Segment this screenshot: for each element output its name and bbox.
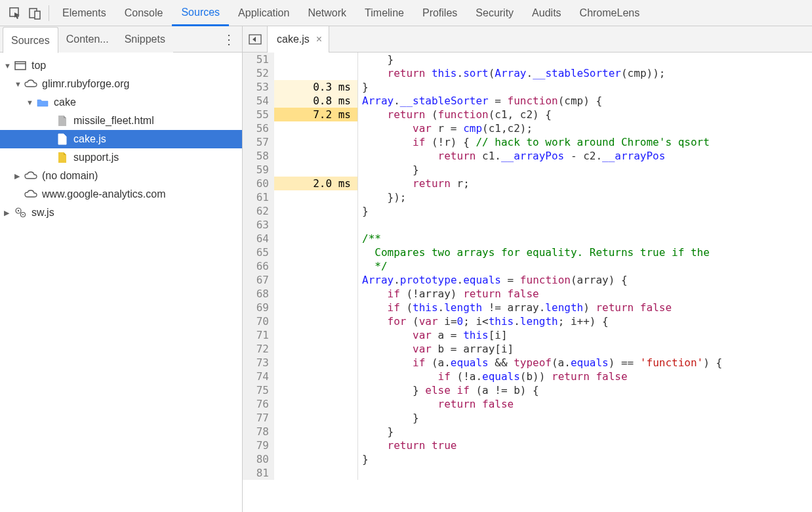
gutter: 5152530.3 ms540.8 ms557.2 ms56575859602.…: [243, 53, 358, 512]
top-tab-audits[interactable]: Audits: [523, 0, 570, 26]
code-line[interactable]: if (this.length != array.length) return …: [362, 301, 722, 314]
code-line[interactable]: return true: [362, 438, 722, 452]
code-line[interactable]: if (!r) { // hack to work around Chrome'…: [362, 135, 722, 149]
code-line[interactable]: }: [362, 411, 722, 425]
tree-file-supportjs[interactable]: support.js: [0, 148, 242, 167]
top-tab-network[interactable]: Network: [298, 0, 355, 26]
line-number[interactable]: 52: [243, 66, 274, 80]
line-number[interactable]: 68: [243, 287, 274, 301]
window-icon: [13, 58, 28, 73]
cloud-icon: [24, 77, 38, 91]
code-line[interactable]: if (!array) return false: [362, 287, 722, 301]
line-number[interactable]: 75: [243, 383, 274, 397]
line-number[interactable]: 74: [243, 370, 274, 383]
tree-nodomain[interactable]: ▶ (no domain): [0, 167, 242, 185]
line-number[interactable]: 54: [243, 94, 274, 108]
line-number[interactable]: 64: [243, 232, 274, 245]
code-line[interactable]: var a = this[i]: [362, 328, 722, 342]
top-tab-timeline[interactable]: Timeline: [355, 0, 413, 26]
top-tab-application[interactable]: Application: [229, 0, 298, 26]
code-line[interactable]: for (var i=0; i<this.length; i++) {: [362, 314, 722, 328]
code-area[interactable]: 5152530.3 ms540.8 ms557.2 ms56575859602.…: [243, 53, 812, 512]
code-line[interactable]: }: [362, 80, 722, 94]
line-number[interactable]: 61: [243, 190, 274, 204]
code-line[interactable]: }: [362, 163, 722, 177]
editor-tab-label: cake.js: [277, 33, 310, 45]
code-line[interactable]: }: [362, 204, 722, 218]
line-number[interactable]: 81: [243, 466, 274, 480]
line-number[interactable]: 67: [243, 273, 274, 287]
code-line[interactable]: return this.sort(Array.__stableSorter(cm…: [362, 66, 722, 80]
line-number[interactable]: 66: [243, 259, 274, 273]
code-line[interactable]: [362, 466, 722, 480]
code-line[interactable]: } else if (a != b) {: [362, 383, 722, 397]
tree-folder[interactable]: ▼ cake: [0, 93, 242, 112]
sidebar-tab-snippets[interactable]: Snippets: [117, 26, 173, 53]
sidebar-more-icon[interactable]: ⋮: [222, 32, 235, 47]
file-icon: [55, 114, 70, 128]
line-number[interactable]: 57: [243, 135, 274, 149]
line-number[interactable]: 58: [243, 149, 274, 163]
line-number[interactable]: 71: [243, 328, 274, 342]
line-number[interactable]: 78: [243, 425, 274, 438]
line-number[interactable]: 77: [243, 411, 274, 425]
top-tab-security[interactable]: Security: [466, 0, 523, 26]
line-number[interactable]: 79: [243, 438, 274, 452]
code-line[interactable]: */: [362, 259, 722, 273]
code-line[interactable]: }: [362, 452, 722, 466]
line-timing: [274, 397, 358, 411]
code-line[interactable]: var r = cmp(c1,c2);: [362, 121, 722, 135]
line-number[interactable]: 51: [243, 53, 274, 66]
line-number[interactable]: 65: [243, 245, 274, 259]
tree-domain[interactable]: ▼ glimr.rubyforge.org: [0, 75, 242, 93]
line-number[interactable]: 73: [243, 356, 274, 370]
tree-top[interactable]: ▼ top: [0, 56, 242, 75]
line-number[interactable]: 62: [243, 204, 274, 218]
devtools-top-tabs: ElementsConsoleSourcesApplicationNetwork…: [0, 0, 812, 26]
line-number[interactable]: 76: [243, 397, 274, 411]
code-content[interactable]: } return this.sort(Array.__stableSorter(…: [358, 53, 722, 512]
tree-file-cakejs[interactable]: cake.js: [0, 130, 242, 148]
code-line[interactable]: return c1.__arrayPos - c2.__arrayPos: [362, 149, 722, 163]
device-toggle-icon[interactable]: [25, 0, 45, 26]
line-number[interactable]: 55: [243, 108, 274, 121]
code-line[interactable]: }: [362, 53, 722, 66]
top-tab-chromelens[interactable]: ChromeLens: [571, 0, 649, 26]
code-line[interactable]: return false: [362, 397, 722, 411]
code-line[interactable]: if (a.equals && typeof(a.equals) == 'fun…: [362, 356, 722, 370]
line-number[interactable]: 63: [243, 218, 274, 232]
close-icon[interactable]: ×: [316, 33, 322, 45]
line-number[interactable]: 53: [243, 80, 274, 94]
code-line[interactable]: });: [362, 190, 722, 204]
editor-tab-cakejs[interactable]: cake.js ×: [268, 26, 329, 53]
line-number[interactable]: 56: [243, 121, 274, 135]
top-tab-elements[interactable]: Elements: [53, 0, 115, 26]
top-tab-sources[interactable]: Sources: [172, 0, 229, 26]
code-line[interactable]: Array.prototype.equals = function(array)…: [362, 273, 722, 287]
sidebar-tab-sources[interactable]: Sources: [3, 27, 58, 53]
top-tab-console[interactable]: Console: [115, 0, 173, 26]
tree-sw[interactable]: ▶ sw.js: [0, 203, 242, 222]
code-line[interactable]: }: [362, 425, 722, 438]
code-line[interactable]: return (function(c1, c2) {: [362, 108, 722, 121]
line-number[interactable]: 69: [243, 301, 274, 314]
navigator-toggle-icon[interactable]: [243, 26, 268, 53]
code-line[interactable]: Compares two arrays for equality. Return…: [362, 245, 722, 259]
line-number[interactable]: 60: [243, 177, 274, 190]
code-line[interactable]: /**: [362, 232, 722, 245]
inspect-element-icon[interactable]: [5, 0, 25, 26]
code-line[interactable]: [362, 218, 722, 232]
code-line[interactable]: if (!a.equals(b)) return false: [362, 370, 722, 383]
tree-file-html[interactable]: missile_fleet.html: [0, 112, 242, 130]
line-number[interactable]: 80: [243, 452, 274, 466]
code-line[interactable]: var b = array[i]: [362, 342, 722, 356]
line-number[interactable]: 70: [243, 314, 274, 328]
line-number[interactable]: 59: [243, 163, 274, 177]
top-tab-profiles[interactable]: Profiles: [413, 0, 466, 26]
tree-ga[interactable]: www.google-analytics.com: [0, 185, 242, 203]
line-number[interactable]: 72: [243, 342, 274, 356]
tree-label: (no domain): [42, 170, 98, 182]
sidebar-tab-conten[interactable]: Conten...: [58, 26, 117, 53]
code-line[interactable]: Array.__stableSorter = function(cmp) {: [362, 94, 722, 108]
code-line[interactable]: return r;: [362, 177, 722, 190]
